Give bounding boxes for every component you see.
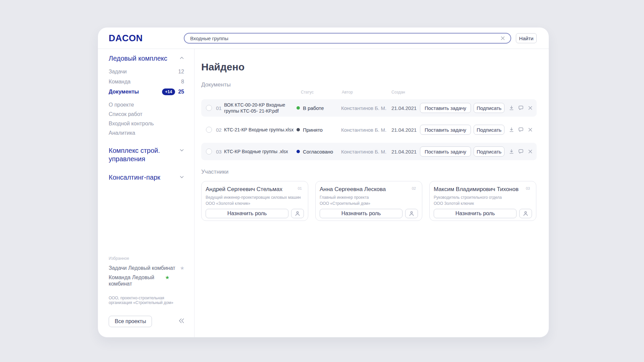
comment-icon[interactable]	[518, 126, 524, 133]
sidebar-item-4[interactable]: Список работ	[109, 110, 184, 119]
created-date-cell: 21.04.2021	[391, 121, 417, 138]
favorites-section: Избранное Задачи Ледовый комбинат ★ Кома…	[109, 256, 184, 305]
sign-button[interactable]: Подписать	[474, 146, 504, 157]
star-icon[interactable]: ★	[165, 274, 169, 281]
documents-table-header: Статус Автор Создан	[201, 90, 537, 95]
favorite-item[interactable]: Задачи Ледовый комбинат ★	[109, 265, 184, 271]
status-label: В работе	[303, 105, 324, 111]
sidebar-item-label: Задачи	[109, 69, 178, 75]
person-icon-button[interactable]	[291, 209, 304, 218]
new-items-badge: +14	[162, 88, 175, 95]
sidebar-item-1[interactable]: Команда8	[109, 77, 184, 87]
brand-logo: DACON	[109, 33, 143, 44]
sidebar-group-ledovyi-komplex[interactable]: Ледовый комплекс	[109, 54, 184, 63]
assign-role-button[interactable]: Назначить роль	[206, 209, 288, 218]
participant-name: Андрей Сергеевич Стельмах	[206, 186, 298, 193]
sidebar-item-count: 25	[178, 89, 184, 95]
column-header-created: Создан	[391, 90, 405, 95]
participant-name: Максим Владимирович Тихонов	[434, 186, 526, 193]
document-row: 01 ВОК КТС-00-20-КР Входные группы КТС-0…	[201, 99, 537, 117]
status-dot-icon	[297, 106, 300, 110]
row-number: 03	[216, 143, 222, 160]
document-name[interactable]: ВОК КТС-00-20-КР Входные группы КТС-05- …	[224, 99, 297, 117]
participant-number: 01	[298, 186, 302, 190]
close-icon[interactable]	[527, 126, 534, 133]
document-name[interactable]: КТС-21-КР Входные группы.xlsx	[224, 121, 297, 138]
status-cell: Согласовано	[297, 143, 333, 160]
close-icon[interactable]	[527, 148, 534, 155]
search-button[interactable]: Найти	[516, 33, 537, 43]
participant-card: Андрей Сергеевич Стельмах 01 Ведущий инж…	[201, 181, 308, 221]
close-icon[interactable]	[527, 105, 534, 111]
participants-section-label: Участники	[201, 169, 549, 175]
assign-task-button[interactable]: Поставить задачу	[420, 103, 471, 113]
sidebar-group-komplex-stroy[interactable]: Комплекс строй. управления	[109, 146, 184, 163]
top-bar: DACON Входные группы Найти	[98, 27, 549, 49]
column-header-author: Автор	[342, 90, 353, 95]
download-icon[interactable]	[508, 105, 515, 111]
status-label: Согласовано	[303, 149, 333, 155]
favorites-title: Избранное	[109, 256, 184, 261]
author-cell: Константинов Б. М.	[341, 99, 386, 117]
assign-role-button[interactable]: Назначить роль	[434, 209, 517, 218]
participant-number: 02	[412, 186, 416, 190]
created-date-cell: 21.04.2021	[391, 143, 417, 160]
participant-number: 03	[526, 186, 530, 190]
status-cell: Принято	[297, 121, 323, 138]
assign-task-button[interactable]: Поставить задачу	[420, 146, 471, 157]
sidebar-item-count: 8	[181, 79, 184, 85]
clear-search-icon[interactable]	[500, 35, 506, 41]
assign-task-button[interactable]: Поставить задачу	[420, 125, 471, 135]
favorite-item[interactable]: Команда Ледовый комбинат ★	[109, 274, 184, 287]
page-title: Найдено	[201, 61, 549, 73]
collapse-sidebar-icon[interactable]	[178, 318, 185, 325]
row-checkbox[interactable]	[206, 148, 212, 155]
app-window: DACON Входные группы Найти Ледовый компл…	[98, 27, 549, 338]
sidebar-item-label: Аналитика	[109, 130, 184, 136]
participant-card-header: Анна Сергеевна Лескова 02	[320, 186, 418, 193]
status-cell: В работе	[297, 99, 324, 117]
sign-button[interactable]: Подписать	[474, 125, 504, 135]
chevron-down-icon	[179, 148, 184, 152]
chevron-up-icon	[179, 56, 184, 60]
person-icon-button[interactable]	[405, 209, 418, 218]
person-icon-button[interactable]	[519, 209, 532, 218]
sidebar-group-consulting-park[interactable]: Консалтинг-парк	[109, 173, 184, 182]
all-projects-button[interactable]: Все проекты	[109, 316, 152, 327]
participant-actions: Назначить роль	[434, 209, 532, 218]
participant-role: Ведущий инженер-проектировщик силовых ма…	[206, 195, 304, 200]
search-value[interactable]: Входные группы	[190, 36, 500, 41]
participant-card: Анна Сергеевна Лескова 02 Главный инжене…	[315, 181, 422, 221]
author-cell: Константинов Б. М.	[341, 143, 386, 160]
group-label: Комплекс строй. управления	[109, 146, 179, 163]
star-icon[interactable]: ★	[180, 265, 184, 271]
documents-section-label: Документы	[201, 81, 549, 88]
author-cell: Константинов Б. М.	[341, 121, 386, 138]
row-number: 01	[216, 99, 222, 117]
document-row: 03 КТС-КР Входные группы .xlsx Согласова…	[201, 143, 537, 160]
status-dot-icon	[297, 128, 300, 131]
document-name[interactable]: КТС-КР Входные группы .xlsx	[224, 143, 297, 160]
assign-role-button[interactable]: Назначить роль	[320, 209, 402, 218]
download-icon[interactable]	[508, 148, 515, 155]
comment-icon[interactable]	[518, 148, 524, 155]
sidebar-item-count: 12	[178, 69, 184, 75]
row-checkbox[interactable]	[206, 105, 212, 111]
participant-actions: Назначить роль	[320, 209, 418, 218]
sidebar-item-3[interactable]: О проекте	[109, 100, 184, 110]
participant-card: Максим Владимирович Тихонов 03 Руководит…	[429, 181, 536, 221]
sidebar: Ледовый комплекс Задачи12Команда8Докумен…	[98, 49, 195, 338]
favorite-item-label: Задачи Ледовый комбинат	[109, 265, 177, 271]
sign-button[interactable]: Подписать	[474, 103, 504, 113]
sidebar-item-6[interactable]: Аналитика	[109, 128, 184, 138]
search-input[interactable]: Входные группы	[184, 33, 511, 44]
column-header-status: Статус	[301, 90, 314, 95]
comment-icon[interactable]	[518, 105, 524, 111]
group-label: Ледовый комплекс	[109, 54, 179, 63]
sidebar-item-2[interactable]: Документы+1425	[109, 87, 184, 97]
sidebar-item-5[interactable]: Входной контроль	[109, 119, 184, 128]
row-checkbox[interactable]	[206, 127, 212, 133]
created-date-cell: 21.04.2021	[391, 99, 417, 117]
sidebar-item-0[interactable]: Задачи12	[109, 67, 184, 77]
download-icon[interactable]	[508, 126, 515, 133]
